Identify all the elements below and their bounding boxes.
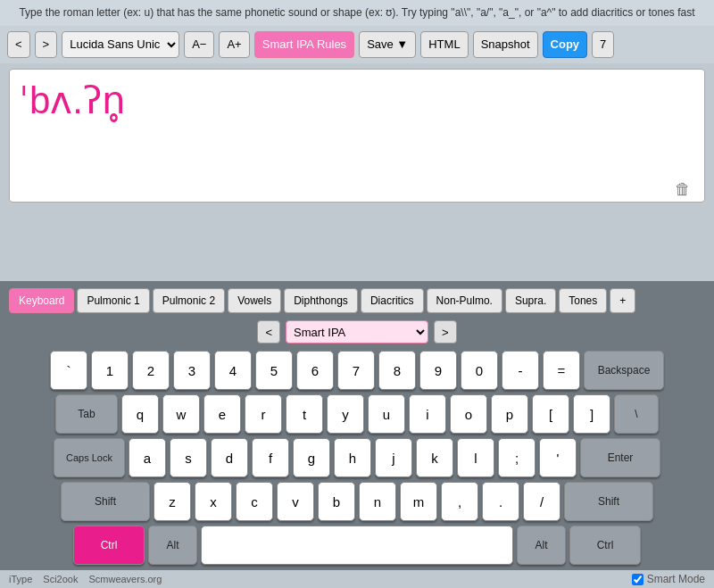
key-backslash[interactable]: \ — [614, 394, 659, 434]
key-m[interactable]: m — [400, 482, 437, 521]
layout-prev-button[interactable]: < — [257, 320, 280, 344]
key-ctrl-left[interactable]: Ctrl — [73, 526, 145, 565]
key-4[interactable]: 4 — [214, 351, 252, 390]
tab-nonpulmo[interactable]: Non-Pulmo. — [427, 288, 502, 313]
key-backspace[interactable]: Backspace — [584, 351, 664, 390]
key-semicolon[interactable]: ; — [498, 438, 536, 477]
footer-link-itype[interactable]: iType — [9, 574, 32, 584]
key-space[interactable] — [201, 526, 513, 565]
key-rbracket[interactable]: ] — [573, 394, 610, 434]
increase-font-button[interactable]: A+ — [219, 31, 249, 58]
key-comma[interactable]: , — [441, 482, 478, 521]
key-lbracket[interactable]: [ — [532, 394, 569, 434]
key-row-4: Shift z x c v b n m , . / Shift — [9, 482, 705, 521]
tab-tones[interactable]: Tones — [559, 288, 607, 313]
key-5[interactable]: 5 — [255, 351, 293, 390]
keyboard-rows: ` 1 2 3 4 5 6 7 8 9 0 - = Backspace Tab … — [9, 351, 705, 565]
smart-mode-label: Smart Mode — [647, 573, 705, 585]
key-k[interactable]: k — [416, 438, 453, 477]
ipa-text-area[interactable]: ˈbʌ.ʔn̥ — [9, 69, 705, 203]
key-a[interactable]: a — [129, 438, 166, 477]
tab-vowels[interactable]: Vowels — [228, 288, 281, 313]
save-button[interactable]: Save ▼ — [359, 31, 416, 58]
key-v[interactable]: v — [277, 482, 314, 521]
key-y[interactable]: y — [327, 394, 364, 434]
key-period[interactable]: . — [482, 482, 519, 521]
tab-row: Keyboard Pulmonic 1 Pulmonic 2 Vowels Di… — [9, 288, 705, 313]
footer: iType Sci2ook Scmweavers.org Smart Mode — [0, 570, 714, 588]
prev-button[interactable]: < — [7, 31, 30, 58]
tab-keyboard[interactable]: Keyboard — [9, 288, 74, 313]
key-w[interactable]: w — [162, 394, 200, 434]
key-f[interactable]: f — [252, 438, 289, 477]
key-b[interactable]: b — [318, 482, 355, 521]
font-select[interactable]: Lucida Sans Unic — [62, 31, 179, 58]
key-minus[interactable]: - — [502, 351, 539, 390]
key-9[interactable]: 9 — [419, 351, 457, 390]
key-7[interactable]: 7 — [337, 351, 375, 390]
key-s[interactable]: s — [170, 438, 207, 477]
key-shift-left[interactable]: Shift — [61, 482, 150, 521]
key-1[interactable]: 1 — [91, 351, 129, 390]
next-button[interactable]: > — [35, 31, 58, 58]
trash-icon[interactable]: 🗑 — [675, 180, 691, 199]
decrease-font-button[interactable]: A− — [184, 31, 214, 58]
copy-button[interactable]: Copy — [543, 31, 588, 58]
tab-supra[interactable]: Supra. — [505, 288, 556, 313]
key-capslock[interactable]: Caps Lock — [54, 438, 125, 477]
key-u[interactable]: u — [368, 394, 405, 434]
snapshot-button[interactable]: Snapshot — [473, 31, 538, 58]
key-c[interactable]: c — [236, 482, 273, 521]
key-r[interactable]: r — [245, 394, 282, 434]
key-tab[interactable]: Tab — [55, 394, 118, 434]
footer-link-scmweavers[interactable]: Scmweavers.org — [88, 574, 162, 584]
key-shift-right[interactable]: Shift — [564, 482, 653, 521]
key-row-2: Tab q w e r t y u i o p [ ] \ — [9, 394, 705, 434]
smart-mode-container: Smart Mode — [632, 573, 705, 585]
key-z[interactable]: z — [154, 482, 191, 521]
key-d[interactable]: d — [211, 438, 248, 477]
key-n[interactable]: n — [359, 482, 396, 521]
key-t[interactable]: t — [286, 394, 323, 434]
tab-diacritics[interactable]: Diacritics — [361, 288, 424, 313]
key-row-5: Ctrl Alt Alt Ctrl — [9, 526, 705, 565]
smart-ipa-button[interactable]: Smart IPA Rules — [254, 31, 354, 58]
key-6[interactable]: 6 — [296, 351, 334, 390]
key-0[interactable]: 0 — [461, 351, 498, 390]
html-button[interactable]: HTML — [420, 31, 468, 58]
key-l[interactable]: l — [457, 438, 494, 477]
key-i[interactable]: i — [409, 394, 446, 434]
text-area-container: ˈbʌ.ʔn̥ 🗑 — [0, 63, 714, 281]
tab-pulmonic1[interactable]: Pulmonic 1 — [77, 288, 149, 313]
key-x[interactable]: x — [195, 482, 232, 521]
tab-pulmonic2[interactable]: Pulmonic 2 — [153, 288, 225, 313]
footer-links: iType Sci2ook Scmweavers.org — [9, 574, 162, 584]
footer-link-sci2ook[interactable]: Sci2ook — [43, 574, 78, 584]
tab-plus[interactable]: + — [610, 288, 635, 313]
character-counter: 7 — [592, 31, 614, 58]
key-h[interactable]: h — [334, 438, 371, 477]
key-2[interactable]: 2 — [132, 351, 170, 390]
key-o[interactable]: o — [450, 394, 487, 434]
tab-diphthongs[interactable]: Diphthongs — [284, 288, 358, 313]
layout-select[interactable]: Smart IPA — [286, 320, 428, 344]
key-8[interactable]: 8 — [378, 351, 416, 390]
layout-next-button[interactable]: > — [434, 320, 457, 344]
instruction-bar: Type the roman letter (ex: u) that has t… — [0, 0, 714, 26]
key-p[interactable]: p — [491, 394, 528, 434]
key-g[interactable]: g — [293, 438, 330, 477]
smart-mode-checkbox[interactable] — [632, 574, 643, 585]
key-e[interactable]: e — [203, 394, 241, 434]
key-equals[interactable]: = — [543, 351, 580, 390]
key-alt-right[interactable]: Alt — [517, 526, 566, 565]
key-enter[interactable]: Enter — [580, 438, 660, 477]
key-backtick[interactable]: ` — [50, 351, 87, 390]
key-ctrl-right[interactable]: Ctrl — [569, 526, 641, 565]
key-3[interactable]: 3 — [173, 351, 211, 390]
key-j[interactable]: j — [375, 438, 412, 477]
key-alt-left[interactable]: Alt — [148, 526, 197, 565]
keyboard-section: Keyboard Pulmonic 1 Pulmonic 2 Vowels Di… — [0, 281, 714, 570]
key-q[interactable]: q — [121, 394, 159, 434]
key-slash[interactable]: / — [523, 482, 560, 521]
key-quote[interactable]: ' — [539, 438, 577, 477]
